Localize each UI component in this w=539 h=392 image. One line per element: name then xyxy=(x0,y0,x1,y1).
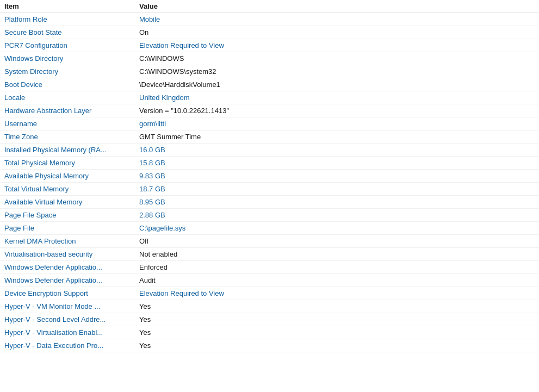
row-item-label: Total Virtual Memory xyxy=(0,183,135,196)
row-item-label: Time Zone xyxy=(0,130,135,144)
table-row: Hardware Abstraction LayerVersion = "10.… xyxy=(0,104,539,117)
row-value: C:\pagefile.sys xyxy=(135,222,539,235)
table-row: LocaleUnited Kingdom xyxy=(0,91,539,104)
row-item-label: Hyper-V - Second Level Addre... xyxy=(0,313,135,326)
table-row: Hyper-V - Second Level Addre...Yes xyxy=(0,313,539,326)
row-item-label: Secure Boot State xyxy=(0,26,135,39)
table-row: Windows Defender Applicatio...Enforced xyxy=(0,261,539,274)
row-value: Off xyxy=(135,235,539,248)
row-item-label: Page File Space xyxy=(0,209,135,222)
row-value: Yes xyxy=(135,313,539,326)
row-value: 8.95 GB xyxy=(135,196,539,209)
row-value: Elevation Required to View xyxy=(135,287,539,300)
row-value: C:\WINDOWS xyxy=(135,52,539,65)
row-value: GMT Summer Time xyxy=(135,130,539,144)
row-value: Version = "10.0.22621.1413" xyxy=(135,104,539,117)
system-info-table-container: Item Value Platform RoleMobileSecure Boo… xyxy=(0,0,539,392)
row-value: \Device\HarddiskVolume1 xyxy=(135,78,539,91)
row-item-label: Boot Device xyxy=(0,78,135,91)
row-value: Yes xyxy=(135,326,539,339)
row-value: Mobile xyxy=(135,13,539,26)
table-row: Windows Defender Applicatio...Audit xyxy=(0,274,539,287)
table-row: System DirectoryC:\WINDOWS\system32 xyxy=(0,65,539,78)
row-item-label: Username xyxy=(0,117,135,130)
row-value: On xyxy=(135,26,539,39)
row-value: 18.7 GB xyxy=(135,183,539,196)
row-value: Not enabled xyxy=(135,248,539,261)
table-row: Windows DirectoryC:\WINDOWS xyxy=(0,52,539,65)
table-row: Usernamegorm\littl xyxy=(0,117,539,130)
column-header-item: Item xyxy=(0,0,135,13)
row-value: 9.83 GB xyxy=(135,170,539,183)
row-item-label: Total Physical Memory xyxy=(0,157,135,170)
column-header-value: Value xyxy=(135,0,539,13)
row-item-label: Hyper-V - VM Monitor Mode ... xyxy=(0,300,135,313)
table-body: Platform RoleMobileSecure Boot StateOnPC… xyxy=(0,13,539,352)
table-row: Total Virtual Memory18.7 GB xyxy=(0,183,539,196)
row-item-label: Virtualisation-based security xyxy=(0,248,135,261)
row-item-label: Hardware Abstraction Layer xyxy=(0,104,135,117)
table-row: Available Physical Memory9.83 GB xyxy=(0,170,539,183)
table-row: Boot Device\Device\HarddiskVolume1 xyxy=(0,78,539,91)
row-item-label: Hyper-V - Data Execution Pro... xyxy=(0,339,135,352)
table-row: Hyper-V - Data Execution Pro...Yes xyxy=(0,339,539,352)
row-item-label: Windows Defender Applicatio... xyxy=(0,261,135,274)
table-row: Hyper-V - Virtualisation Enabl...Yes xyxy=(0,326,539,339)
row-item-label: Installed Physical Memory (RA... xyxy=(0,144,135,157)
table-row: Hyper-V - VM Monitor Mode ...Yes xyxy=(0,300,539,313)
table-row: Kernel DMA ProtectionOff xyxy=(0,235,539,248)
row-item-label: Platform Role xyxy=(0,13,135,26)
row-item-label: Device Encryption Support xyxy=(0,287,135,300)
row-item-label: Hyper-V - Virtualisation Enabl... xyxy=(0,326,135,339)
row-value: gorm\littl xyxy=(135,117,539,130)
table-header-row: Item Value xyxy=(0,0,539,13)
table-row: Total Physical Memory15.8 GB xyxy=(0,157,539,170)
row-value: United Kingdom xyxy=(135,91,539,104)
row-item-label: Page File xyxy=(0,222,135,235)
row-value: Elevation Required to View xyxy=(135,39,539,52)
row-value: C:\WINDOWS\system32 xyxy=(135,65,539,78)
row-value: Yes xyxy=(135,300,539,313)
row-item-label: PCR7 Configuration xyxy=(0,39,135,52)
row-item-label: Locale xyxy=(0,91,135,104)
row-value: Enforced xyxy=(135,261,539,274)
row-value: 16.0 GB xyxy=(135,144,539,157)
table-row: Page File Space2.88 GB xyxy=(0,209,539,222)
table-row: Time ZoneGMT Summer Time xyxy=(0,130,539,144)
table-row: Page FileC:\pagefile.sys xyxy=(0,222,539,235)
table-row: PCR7 ConfigurationElevation Required to … xyxy=(0,39,539,52)
table-row: Installed Physical Memory (RA...16.0 GB xyxy=(0,144,539,157)
table-row: Platform RoleMobile xyxy=(0,13,539,26)
row-value: Yes xyxy=(135,339,539,352)
table-row: Available Virtual Memory8.95 GB xyxy=(0,196,539,209)
table-row: Secure Boot StateOn xyxy=(0,26,539,39)
row-value: Audit xyxy=(135,274,539,287)
row-value: 2.88 GB xyxy=(135,209,539,222)
row-item-label: Kernel DMA Protection xyxy=(0,235,135,248)
row-item-label: Available Virtual Memory xyxy=(0,196,135,209)
table-row: Device Encryption SupportElevation Requi… xyxy=(0,287,539,300)
row-item-label: Available Physical Memory xyxy=(0,170,135,183)
row-item-label: System Directory xyxy=(0,65,135,78)
system-info-table: Item Value Platform RoleMobileSecure Boo… xyxy=(0,0,539,352)
row-value: 15.8 GB xyxy=(135,157,539,170)
table-row: Virtualisation-based securityNot enabled xyxy=(0,248,539,261)
row-item-label: Windows Directory xyxy=(0,52,135,65)
row-item-label: Windows Defender Applicatio... xyxy=(0,274,135,287)
